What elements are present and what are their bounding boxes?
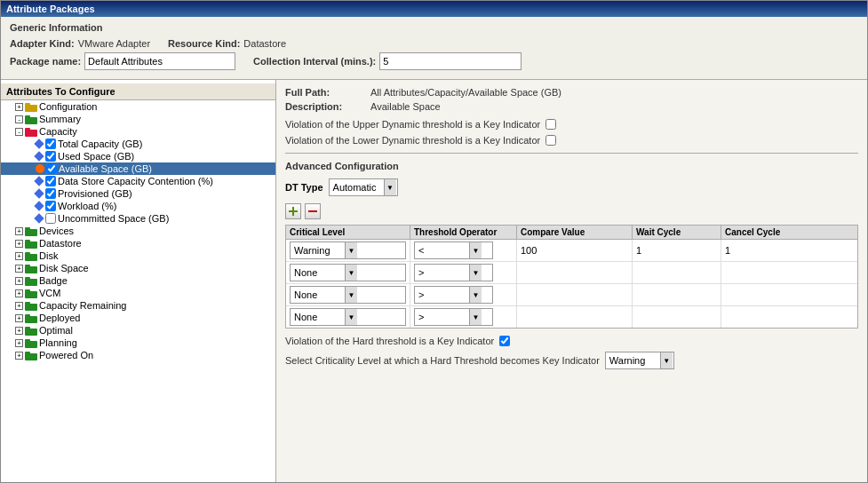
cell-compare-3[interactable] bbox=[517, 284, 633, 305]
toggle-deployed[interactable]: + bbox=[15, 314, 23, 322]
op-arrow-2[interactable]: ▼ bbox=[469, 265, 482, 281]
cell-operator-3[interactable]: > ▼ bbox=[410, 284, 517, 305]
package-name-input[interactable] bbox=[84, 52, 235, 70]
cell-level-4[interactable]: None ▼ bbox=[286, 306, 410, 328]
cell-cancel-2[interactable] bbox=[721, 262, 810, 283]
collection-interval-input[interactable] bbox=[379, 52, 522, 70]
wait-input-1[interactable] bbox=[636, 245, 717, 256]
col-header-level: Critical Level bbox=[286, 226, 410, 239]
cell-wait-2[interactable] bbox=[633, 262, 721, 283]
cancel-input-1[interactable] bbox=[725, 245, 807, 256]
tree-item-summary[interactable]: - Summary bbox=[1, 113, 275, 125]
cell-level-1[interactable]: Warning ▼ bbox=[286, 240, 410, 261]
op-select-2[interactable]: > ▼ bbox=[414, 264, 493, 281]
tree-item-optimal[interactable]: + Optimal bbox=[1, 324, 275, 337]
lower-threshold-check[interactable] bbox=[545, 135, 556, 146]
toggle-badge[interactable]: + bbox=[15, 277, 23, 285]
delete-row-button[interactable] bbox=[305, 203, 321, 219]
check-ds-cap[interactable] bbox=[45, 176, 56, 186]
tree-item-capacity[interactable]: - Capacity bbox=[1, 125, 275, 138]
level-select-2[interactable]: None ▼ bbox=[290, 264, 406, 281]
tree-item-badge[interactable]: + Badge bbox=[1, 274, 275, 287]
check-total-cap[interactable] bbox=[45, 139, 56, 149]
dt-type-select[interactable]: Automatic ▼ bbox=[329, 178, 398, 196]
tree-item-avail-space[interactable]: Available Space (GB) bbox=[1, 162, 275, 175]
level-select-3[interactable]: None ▼ bbox=[290, 286, 406, 304]
toggle-cap-remaining[interactable]: + bbox=[15, 302, 23, 310]
compare-input-1[interactable] bbox=[521, 245, 628, 256]
check-used-space[interactable] bbox=[45, 151, 56, 162]
check-uncommitted[interactable] bbox=[45, 213, 56, 224]
adapter-kind-value: VMware Adapter bbox=[78, 38, 150, 49]
check-workload[interactable] bbox=[45, 201, 56, 211]
svg-rect-15 bbox=[25, 277, 30, 280]
tree-item-used-space[interactable]: Used Space (GB) bbox=[1, 150, 275, 162]
op-select-3[interactable]: > ▼ bbox=[414, 286, 493, 304]
criticality-select[interactable]: Warning ▼ bbox=[605, 352, 674, 369]
toggle-devices[interactable]: + bbox=[15, 227, 23, 235]
hard-threshold-check[interactable] bbox=[499, 336, 510, 346]
cell-level-3[interactable]: None ▼ bbox=[286, 284, 410, 305]
wait-input-2[interactable] bbox=[636, 267, 717, 278]
toggle-config[interactable]: + bbox=[15, 103, 23, 111]
toggle-diskspace[interactable]: + bbox=[15, 265, 23, 273]
criticality-arrow[interactable]: ▼ bbox=[660, 352, 673, 368]
tree-item-vcm[interactable]: + VCM bbox=[1, 287, 275, 299]
cell-compare-2[interactable] bbox=[517, 262, 633, 283]
tree-item-datastore[interactable]: + Datastore bbox=[1, 237, 275, 249]
cell-cancel-4[interactable] bbox=[721, 306, 810, 328]
cancel-input-2[interactable] bbox=[725, 267, 807, 278]
cell-operator-1[interactable]: < ▼ bbox=[410, 240, 517, 261]
cell-level-2[interactable]: None ▼ bbox=[286, 262, 410, 283]
level-arrow-2[interactable]: ▼ bbox=[345, 265, 357, 281]
toggle-datastore[interactable]: + bbox=[15, 240, 23, 248]
tree-item-cap-remaining[interactable]: + Capacity Remaining bbox=[1, 299, 275, 312]
level-arrow-4[interactable]: ▼ bbox=[345, 309, 357, 325]
cell-wait-4[interactable] bbox=[633, 306, 721, 328]
op-select-1[interactable]: < ▼ bbox=[414, 242, 493, 259]
add-row-button[interactable] bbox=[285, 203, 301, 219]
toggle-disk[interactable]: + bbox=[15, 252, 23, 260]
tree-item-total-cap[interactable]: Total Capacity (GB) bbox=[1, 138, 275, 150]
cell-cancel-3[interactable] bbox=[721, 284, 810, 305]
cell-wait-1[interactable] bbox=[633, 240, 721, 261]
op-select-4[interactable]: > ▼ bbox=[414, 308, 493, 326]
toggle-powered-on[interactable]: + bbox=[15, 352, 23, 360]
dt-type-arrow[interactable]: ▼ bbox=[384, 179, 396, 195]
cell-compare-1[interactable] bbox=[517, 240, 633, 261]
cell-wait-3[interactable] bbox=[633, 284, 721, 305]
tree-item-deployed[interactable]: + Deployed bbox=[1, 312, 275, 324]
cell-operator-2[interactable]: > ▼ bbox=[410, 262, 517, 283]
level-arrow-3[interactable]: ▼ bbox=[345, 287, 357, 303]
toggle-optimal[interactable]: + bbox=[15, 327, 23, 335]
toggle-capacity[interactable]: - bbox=[15, 128, 23, 136]
tree-item-planning[interactable]: + Planning bbox=[1, 337, 275, 349]
cell-operator-4[interactable]: > ▼ bbox=[410, 306, 517, 328]
tree-item-provisioned[interactable]: Provisioned (GB) bbox=[1, 187, 275, 200]
op-arrow-4[interactable]: ▼ bbox=[469, 309, 482, 325]
level-select-4[interactable]: None ▼ bbox=[290, 308, 406, 326]
criticality-label: Select Criticality Level at which a Hard… bbox=[285, 355, 600, 366]
tree-item-uncommitted[interactable]: Uncommitted Space (GB) bbox=[1, 212, 275, 225]
tree-item-diskspace[interactable]: + Disk Space bbox=[1, 262, 275, 274]
adapter-kind-label: Adapter Kind: bbox=[10, 38, 75, 49]
cell-compare-4[interactable] bbox=[517, 306, 633, 328]
check-avail-space[interactable] bbox=[46, 163, 57, 174]
op-arrow-1[interactable]: ▼ bbox=[469, 242, 482, 258]
tree-item-workload[interactable]: Workload (%) bbox=[1, 200, 275, 212]
cell-cancel-1[interactable] bbox=[721, 240, 810, 261]
op-arrow-3[interactable]: ▼ bbox=[469, 287, 482, 303]
compare-input-2[interactable] bbox=[521, 267, 628, 278]
level-select-1[interactable]: Warning ▼ bbox=[290, 242, 406, 259]
tree-item-powered-on[interactable]: + Powered On bbox=[1, 349, 275, 361]
toggle-planning[interactable]: + bbox=[15, 339, 23, 347]
toggle-vcm[interactable]: + bbox=[15, 289, 23, 297]
tree-item-disk[interactable]: + Disk bbox=[1, 249, 275, 262]
toggle-summary[interactable]: - bbox=[15, 115, 23, 123]
tree-item-devices[interactable]: + Devices bbox=[1, 225, 275, 237]
tree-item-ds-cap[interactable]: Data Store Capacity Contention (%) bbox=[1, 175, 275, 187]
level-arrow-1[interactable]: ▼ bbox=[345, 242, 357, 258]
upper-threshold-check[interactable] bbox=[545, 119, 556, 130]
check-provisioned[interactable] bbox=[45, 188, 56, 199]
tree-item-config[interactable]: + Configuration bbox=[1, 100, 275, 113]
